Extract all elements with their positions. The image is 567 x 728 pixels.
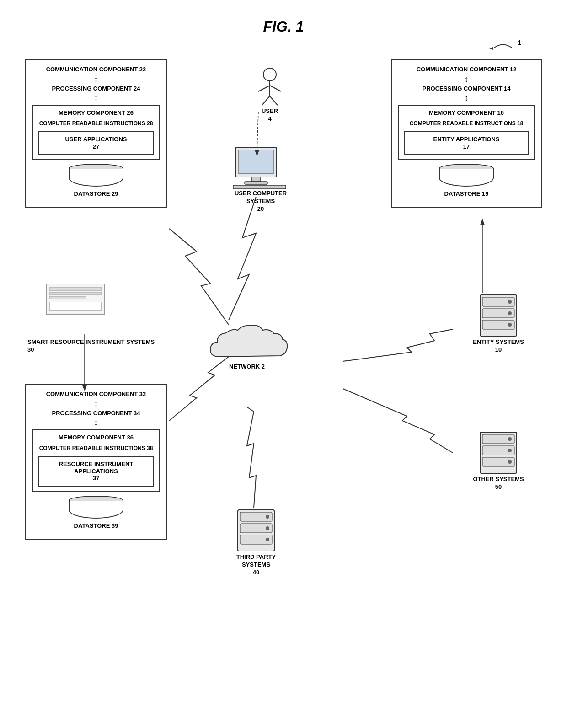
entity-systems-box: COMMUNICATION COMPONENT 12 ↕ PROCESSING … [391, 59, 542, 208]
arrow-down-3: ↕ [396, 75, 537, 83]
svg-point-32 [266, 515, 269, 519]
computer-figure: USER COMPUTER SYSTEMS 20 [224, 146, 297, 212]
entity-datastore: DATASTORE 19 [396, 164, 537, 199]
arrow-down-4: ↕ [396, 94, 537, 102]
user-computer-label: USER COMPUTER SYSTEMS [224, 190, 297, 205]
user-memory-box: MEMORY COMPONENT 26 COMPUTER READABLE IN… [32, 105, 160, 160]
third-party-label: THIRD PARTY SYSTEMS [224, 553, 288, 569]
svg-rect-9 [251, 177, 261, 182]
user-computer-ref: 20 [224, 205, 297, 212]
svg-point-20 [508, 323, 512, 327]
user-proc-label: PROCESSING COMPONENT 24 [30, 83, 162, 94]
other-server: OTHER SYSTEMS 50 [471, 430, 526, 490]
entity-systems-label: ENTITY SYSTEMS [471, 338, 526, 346]
user-datastore: DATASTORE 29 [30, 164, 162, 199]
resource-apps-label: RESOURCE INSTRUMENT APPLICATIONS 37 [41, 459, 151, 484]
svg-marker-37 [480, 219, 485, 225]
svg-rect-11 [233, 185, 286, 189]
arrow-down-2: ↕ [30, 94, 162, 102]
user-apps-box: USER APPLICATIONS 27 [38, 131, 154, 155]
other-systems-label: OTHER SYSTEMS [471, 476, 526, 483]
svg-marker-0 [489, 47, 493, 50]
svg-point-26 [508, 449, 512, 452]
user-systems-box: COMMUNICATION COMPONENT 22 ↕ PROCESSING … [25, 59, 167, 208]
entity-instructions-label: COMPUTER READABLE INSTRUCTIONS 18 [401, 118, 532, 128]
resource-datastore: DATASTORE 39 [30, 496, 162, 531]
entity-systems-ref: 10 [471, 346, 526, 353]
user-apps-label: USER APPLICATIONS 27 [41, 134, 151, 152]
user-memory-label: MEMORY COMPONENT 26 [35, 107, 157, 118]
smart-resource-card [46, 284, 110, 315]
svg-rect-10 [245, 182, 267, 184]
resource-memory-box: MEMORY COMPONENT 36 COMPUTER READABLE IN… [32, 429, 160, 492]
figure-title: FIG. 1 [9, 9, 558, 35]
svg-line-3 [258, 86, 270, 91]
diagram-ref: 1 [485, 39, 521, 59]
resource-comm-label: COMMUNICATION COMPONENT 32 [30, 389, 162, 400]
resource-datastore-label: DATASTORE 39 [30, 520, 162, 531]
arrow-down-6: ↕ [30, 418, 162, 427]
svg-point-1 [263, 68, 276, 81]
user-label: USER [242, 107, 297, 115]
resource-systems-box: COMMUNICATION COMPONENT 32 ↕ PROCESSING … [25, 384, 167, 540]
resource-instructions-label: COMPUTER READABLE INSTRUCTIONS 38 [35, 443, 157, 453]
smart-resource-label: SMART RESOURCE INSTRUMENT SYSTEMS 30 [27, 338, 155, 353]
resource-proc-label: PROCESSING COMPONENT 34 [30, 408, 162, 419]
svg-point-33 [266, 526, 269, 530]
resource-apps-box: RESOURCE INSTRUMENT APPLICATIONS 37 [38, 456, 154, 487]
entity-datastore-label: DATASTORE 19 [396, 188, 537, 199]
user-figure: USER 4 [242, 66, 297, 122]
user-ref: 4 [242, 115, 297, 122]
entity-comm-label: COMMUNICATION COMPONENT 12 [396, 64, 537, 75]
svg-point-19 [508, 311, 512, 315]
svg-rect-8 [239, 150, 273, 174]
other-systems-ref: 50 [471, 483, 526, 490]
third-party-server: THIRD PARTY SYSTEMS 40 [224, 508, 288, 576]
network-cloud: NETWORK 2 [201, 320, 293, 371]
svg-line-4 [270, 86, 281, 91]
entity-server: ENTITY SYSTEMS 10 [471, 293, 526, 353]
entity-apps-box: ENTITY APPLICATIONS 17 [404, 131, 529, 155]
entity-proc-label: PROCESSING COMPONENT 14 [396, 83, 537, 94]
svg-point-34 [266, 538, 269, 541]
user-datastore-label: DATASTORE 29 [30, 188, 162, 199]
arrow-down-1: ↕ [30, 75, 162, 83]
svg-line-6 [270, 96, 278, 105]
smart-resource-ref: 30 [27, 346, 155, 353]
svg-point-27 [508, 460, 512, 464]
svg-point-25 [508, 437, 512, 441]
entity-memory-box: MEMORY COMPONENT 16 COMPUTER READABLE IN… [398, 105, 535, 160]
third-party-ref: 40 [224, 569, 288, 576]
resource-memory-label: MEMORY COMPONENT 36 [35, 432, 157, 443]
svg-line-5 [262, 96, 270, 105]
entity-memory-label: MEMORY COMPONENT 16 [401, 107, 532, 118]
user-instructions-label: COMPUTER READABLE INSTRUCTIONS 28 [35, 118, 157, 128]
arrow-down-5: ↕ [30, 400, 162, 408]
svg-point-18 [508, 300, 512, 304]
user-comm-label: COMMUNICATION COMPONENT 22 [30, 64, 162, 75]
entity-apps-label: ENTITY APPLICATIONS 17 [407, 134, 526, 152]
